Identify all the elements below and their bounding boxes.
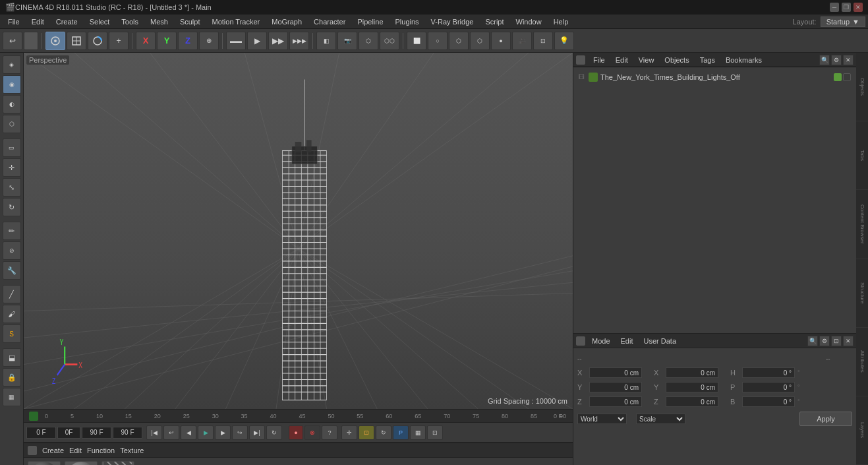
material-times-b-2[interactable]: Times_B	[65, 461, 98, 465]
prev-keyframe-button[interactable]: ↩	[163, 425, 179, 440]
model-mode-button[interactable]	[45, 32, 65, 50]
attrs-settings-icon[interactable]: ⚙	[819, 336, 830, 346]
x-pos-input[interactable]	[589, 367, 642, 378]
hex2-button[interactable]: ⬡	[470, 32, 490, 50]
start-frame-input[interactable]	[57, 427, 80, 439]
menu-mograph[interactable]: MoGraph	[266, 16, 307, 27]
right-panel-close-icon[interactable]: ✕	[843, 55, 854, 65]
edge-tab-objects[interactable]: Objects	[856, 53, 868, 121]
menu-mesh[interactable]: Mesh	[145, 16, 173, 27]
edge-tab-tabs[interactable]: Tabs	[856, 121, 868, 190]
attrs-edit-btn[interactable]: Edit	[617, 336, 637, 346]
move-tool-button[interactable]: ✛	[3, 158, 21, 177]
right-panel-settings-icon[interactable]: ⚙	[831, 55, 842, 65]
sphere-button[interactable]: ●	[491, 32, 511, 50]
motion-btn3[interactable]: ↻	[376, 425, 391, 440]
material-function-btn[interactable]: Function	[87, 447, 115, 454]
x-pos-input2[interactable]	[666, 367, 718, 378]
apply-button[interactable]: Apply	[799, 412, 852, 426]
object-mode-button[interactable]: ◉	[3, 75, 21, 94]
restore-button[interactable]: ❐	[842, 3, 851, 12]
menu-plugins[interactable]: Plugins	[390, 16, 424, 27]
menu-motion-tracker[interactable]: Motion Tracker	[206, 16, 265, 27]
view-mode-button[interactable]: ◈	[3, 55, 21, 74]
end-frame-input[interactable]	[82, 427, 111, 439]
mesh-mode-button[interactable]	[67, 32, 86, 50]
auto-key-button[interactable]: ●	[289, 425, 303, 440]
scale-mode-button[interactable]: +	[109, 32, 129, 50]
end-frame-input2[interactable]	[113, 427, 142, 439]
poly-pen-button[interactable]: ✏	[3, 222, 21, 240]
menu-vray[interactable]: V-Ray Bridge	[426, 16, 479, 27]
sculpt-brush-button[interactable]: ⬓	[3, 348, 21, 367]
tab-bookmarks[interactable]: Bookmarks	[720, 55, 767, 65]
something-button[interactable]	[24, 32, 38, 50]
y-pos-input2[interactable]	[666, 382, 718, 392]
current-frame-input[interactable]	[26, 427, 56, 439]
step-forward-button[interactable]: ▶	[215, 425, 231, 440]
scale-dropdown[interactable]: Scale	[636, 414, 685, 424]
layout-dropdown[interactable]: Startup ▼	[821, 16, 865, 27]
go-start-button[interactable]: |◀	[146, 425, 162, 440]
loop-button[interactable]: ↻	[266, 425, 282, 440]
scale-tool2-button[interactable]: ⤡	[3, 178, 21, 197]
menu-edit[interactable]: Edit	[26, 16, 49, 27]
attrs-search-icon[interactable]: 🔍	[807, 336, 818, 346]
material-edit-btn[interactable]: Edit	[69, 447, 82, 454]
motion-btn1[interactable]: ✛	[341, 425, 357, 440]
record-help-button[interactable]: ?	[322, 425, 337, 440]
knife-tool-button[interactable]: ⊘	[3, 241, 21, 260]
menu-sculpt[interactable]: Sculpt	[175, 16, 206, 27]
menu-file[interactable]: File	[3, 16, 25, 27]
material-times-b-1[interactable]: Times_B	[28, 461, 61, 465]
material-times-b-3[interactable]: Times_B	[101, 461, 134, 465]
wireframe-button[interactable]: ⬡	[3, 115, 21, 133]
light-button[interactable]: 💡	[554, 32, 574, 50]
lock-button[interactable]: 🔒	[3, 368, 21, 387]
menu-tools[interactable]: Tools	[116, 16, 144, 27]
y-axis-button[interactable]: Y	[157, 32, 177, 50]
rotate-tool-button[interactable]: ↻	[3, 198, 21, 216]
box-view-button[interactable]: ⬜	[407, 32, 426, 50]
menu-script[interactable]: Script	[480, 16, 509, 27]
play-button[interactable]: ▶	[247, 32, 267, 50]
visibility-dot[interactable]	[834, 73, 842, 81]
edge-tab-attributes[interactable]: Attributes	[856, 328, 868, 396]
b-input[interactable]	[742, 396, 795, 407]
s-icon-button[interactable]: S	[3, 325, 21, 343]
attrs-userdata-btn[interactable]: User Data	[640, 336, 681, 346]
motion-btn6[interactable]: ⊡	[427, 425, 443, 440]
x-axis-button[interactable]: X	[136, 32, 156, 50]
z-pos-input2[interactable]	[666, 396, 718, 407]
tab-edit[interactable]: Edit	[610, 55, 633, 65]
attrs-close-icon[interactable]: ✕	[843, 336, 854, 346]
menu-window[interactable]: Window	[511, 16, 547, 27]
minimize-button[interactable]: ─	[830, 3, 839, 12]
tab-tags[interactable]: Tags	[695, 55, 720, 65]
attrs-expand-icon[interactable]: ⊡	[831, 336, 842, 346]
cam2-button[interactable]: 🎥	[512, 32, 532, 50]
edge-tab-content-browser[interactable]: Content Browser	[856, 190, 868, 259]
tab-objects[interactable]: Objects	[659, 55, 694, 65]
menu-pipeline[interactable]: Pipeline	[352, 16, 388, 27]
front-view-button[interactable]: ◧	[316, 32, 336, 50]
next-keyframe-button[interactable]: ↪	[232, 425, 248, 440]
undo-button[interactable]: ↩	[3, 32, 22, 50]
z-axis-button[interactable]: Z	[178, 32, 198, 50]
play-forward-button[interactable]: ▶	[198, 425, 214, 440]
hex-button[interactable]: ⬡	[449, 32, 469, 50]
circle-tool-button[interactable]: ○	[428, 32, 448, 50]
edge-tab-layers[interactable]: Layers	[856, 396, 868, 465]
record-active-button[interactable]: ⊗	[304, 425, 320, 440]
render-button[interactable]: ⬡	[359, 32, 378, 50]
play3-button[interactable]: ▶▶▶	[289, 32, 309, 50]
magnet-tool-button[interactable]: 🔧	[3, 261, 21, 280]
material-create-btn[interactable]: Create	[42, 447, 64, 454]
motion-btn4[interactable]: P	[393, 425, 409, 440]
menu-create[interactable]: Create	[51, 16, 83, 27]
viewport[interactable]: View Cameras Display Options Filter Pane…	[24, 53, 573, 409]
paint-tool-button[interactable]: 🖌	[3, 305, 21, 323]
tab-view[interactable]: View	[633, 55, 660, 65]
render2-button[interactable]: ⬡⬡	[380, 32, 399, 50]
camera-button[interactable]: 📷	[337, 32, 357, 50]
